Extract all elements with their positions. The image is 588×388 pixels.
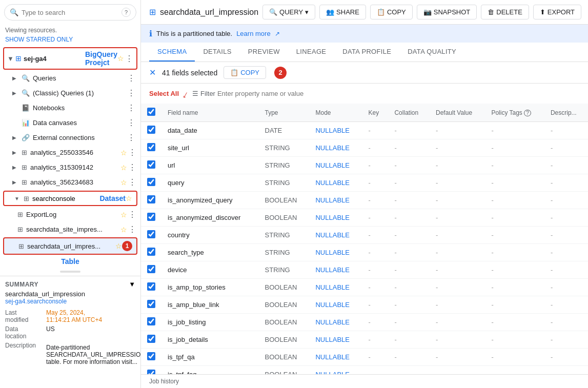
share-label: SHARE: [336, 8, 359, 16]
share-button[interactable]: 👥 SHARE: [319, 5, 366, 19]
snapshot-button[interactable]: 📷 SNAPSHOT: [417, 5, 477, 19]
summary-header[interactable]: SUMMARY ▼: [5, 280, 135, 288]
row-checkbox[interactable]: [147, 213, 155, 221]
nav-item-classic-queries[interactable]: ▶ 🔍 (Classic) Queries (1) ⋮: [0, 86, 140, 100]
queries-more-icon[interactable]: ⋮: [126, 73, 135, 83]
field-key-cell: -: [362, 331, 389, 349]
field-name-cell: device: [161, 261, 259, 279]
delete-button[interactable]: 🗑 DELETE: [481, 5, 529, 19]
field-key-cell: -: [362, 192, 389, 209]
row-checkbox[interactable]: [147, 335, 155, 343]
col-header-key: Key: [362, 104, 389, 122]
tab-data-quality[interactable]: DATA QUALITY: [399, 43, 464, 62]
project-expand-icon[interactable]: ▼: [7, 55, 15, 63]
table-star-icon[interactable]: ☆: [120, 226, 127, 234]
row-checkbox[interactable]: [147, 126, 155, 134]
nav-item-queries[interactable]: ▶ 🔍 Queries ⋮: [0, 71, 140, 86]
nav-item-notebooks[interactable]: 📓 Notebooks ⋮: [0, 100, 140, 115]
row-checkbox[interactable]: [147, 178, 155, 186]
field-mode-cell: NULLABLE: [309, 261, 362, 279]
analytics-255-more-icon[interactable]: ⋮: [127, 148, 136, 157]
table-item-searchdata-url[interactable]: ⊞ searchdata_url_impres... ☆ 1: [3, 237, 137, 255]
table-item-searchdata-site[interactable]: ⊞ searchdata_site_impres... ☆ ⋮: [0, 222, 140, 237]
star-icon[interactable]: ☆: [117, 54, 124, 63]
star-icon[interactable]: ☆: [120, 149, 127, 157]
summary-key-lastmod: Lastmodified: [5, 309, 46, 323]
star-icon[interactable]: ☆: [120, 178, 127, 187]
row-checkbox[interactable]: [147, 143, 155, 151]
search-input[interactable]: [22, 9, 118, 16]
data-canvases-more-icon[interactable]: ⋮: [126, 118, 135, 128]
field-policy-tags-cell: -: [485, 122, 544, 139]
export-button[interactable]: ⬆ EXPORT: [533, 5, 581, 19]
summary-collapse-icon[interactable]: ▼: [129, 280, 135, 288]
row-checkbox[interactable]: [147, 282, 155, 291]
table-label: ExportLog: [26, 211, 120, 218]
project-item[interactable]: ▼ ⊞ sej-ga4 BigQueryProejct ☆ ⋮: [3, 47, 137, 70]
close-selection-button[interactable]: ✕: [149, 68, 156, 77]
nav-label: Notebooks: [33, 104, 126, 112]
filter-section: ☰ Filter: [192, 90, 320, 97]
nav-label: Data canvases: [33, 119, 126, 127]
tab-details[interactable]: DETAILS: [195, 43, 239, 62]
row-checkbox[interactable]: [147, 265, 155, 273]
table-star-icon[interactable]: ☆: [120, 211, 127, 219]
field-name-cell: is_anonymized_query: [161, 192, 259, 209]
query-button[interactable]: 🔍 QUERY ▾: [262, 5, 315, 19]
external-connections-more-icon[interactable]: ⋮: [126, 133, 135, 142]
notebooks-more-icon[interactable]: ⋮: [126, 103, 135, 113]
nav-item-data-canvases[interactable]: 📊 Data canvases ⋮: [0, 115, 140, 130]
classic-queries-more-icon[interactable]: ⋮: [126, 88, 135, 98]
analytics-item-255[interactable]: ▶ ⊞ analytics_255033546 ☆ ⋮: [0, 145, 140, 160]
export-label: EXPORT: [548, 8, 575, 16]
field-type-cell: STRING: [259, 261, 310, 279]
dataset-item-searchconsole[interactable]: ▼ ⊞ searchconsole Dataset ☆: [3, 191, 137, 206]
field-collation-cell: -: [388, 209, 430, 227]
row-checkbox[interactable]: [147, 160, 155, 169]
table-item-exportlog[interactable]: ⊞ ExportLog ☆ ⋮: [0, 207, 140, 222]
row-checkbox[interactable]: [147, 230, 155, 238]
dataset-star-icon[interactable]: ☆: [126, 194, 132, 202]
more-icon[interactable]: ⋮: [124, 54, 133, 64]
copy-button[interactable]: 📋 COPY: [370, 5, 413, 19]
tab-data-profile[interactable]: DATA PROFILE: [334, 43, 399, 62]
search-bar[interactable]: 🔍 ?: [4, 4, 136, 21]
field-type-cell: BOOLEAN: [259, 366, 310, 375]
analytics-315-more-icon[interactable]: ⋮: [127, 162, 136, 172]
learn-more-link[interactable]: Learn more: [236, 30, 270, 37]
field-type-cell: DATE: [259, 122, 310, 139]
tab-preview[interactable]: PREVIEW: [240, 43, 288, 62]
tab-lineage[interactable]: LINEAGE: [288, 43, 334, 62]
analytics-item-315[interactable]: ▶ ⊞ analytics_315309142 ☆ ⋮: [0, 160, 140, 175]
analytics-item-356[interactable]: ▶ ⊞ analytics_356234683 ☆ ⋮: [0, 175, 140, 190]
nav-item-external-connections[interactable]: ▶ 🔗 External connections ⋮: [0, 130, 140, 145]
analytics-356-more-icon[interactable]: ⋮: [127, 177, 136, 187]
select-all-link[interactable]: Select All: [149, 90, 179, 97]
field-key-cell: -: [362, 349, 389, 366]
table-row: url STRING NULLABLE - - - - -: [141, 157, 588, 174]
row-checkbox[interactable]: [147, 248, 155, 256]
show-starred-link[interactable]: SHOW STARRED ONLY: [0, 36, 140, 46]
row-checkbox[interactable]: [147, 195, 155, 203]
filter-input[interactable]: [217, 90, 320, 97]
table-row: is_job_listing BOOLEAN NULLABLE - - - - …: [141, 314, 588, 331]
help-icon[interactable]: ?: [121, 8, 131, 17]
summary-project: sej-ga4.searchconsole: [5, 298, 135, 305]
col-header-description: Descrip...: [544, 104, 588, 122]
snapshot-icon: 📷: [423, 8, 432, 16]
field-mode-cell: NULLABLE: [309, 209, 362, 227]
row-checkbox[interactable]: [147, 352, 155, 360]
table-more-icon[interactable]: ⋮: [127, 224, 136, 234]
copy-fields-button[interactable]: 📋 COPY: [224, 66, 266, 79]
row-checkbox[interactable]: [147, 317, 155, 325]
row-checkbox[interactable]: [147, 300, 155, 308]
table-star-icon[interactable]: ☆: [115, 242, 122, 250]
field-type-cell: BOOLEAN: [259, 349, 310, 366]
field-name-cell: is_tpf_qa: [161, 349, 259, 366]
select-all-checkbox[interactable]: [147, 108, 155, 116]
row-checkbox[interactable]: [147, 370, 155, 374]
table-more-icon[interactable]: ⋮: [127, 210, 136, 219]
col-header-field-name: Field name: [161, 104, 259, 122]
tab-schema[interactable]: SCHEMA: [149, 43, 195, 62]
star-icon[interactable]: ☆: [120, 164, 127, 172]
